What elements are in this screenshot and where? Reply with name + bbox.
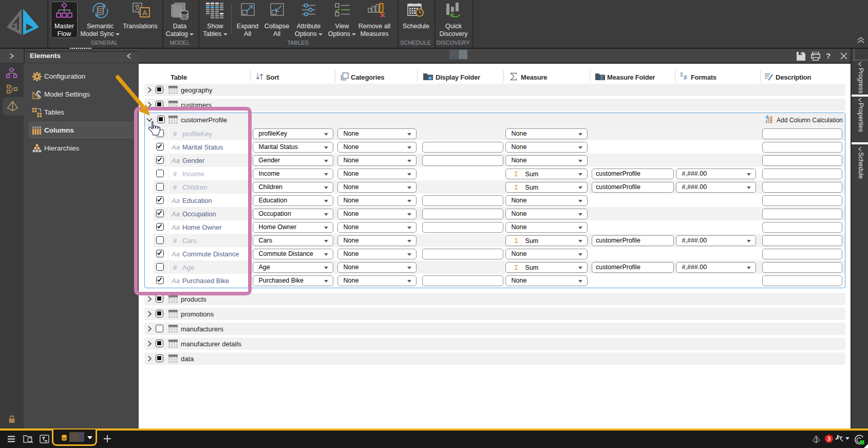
svg-text:A: A <box>142 9 147 17</box>
